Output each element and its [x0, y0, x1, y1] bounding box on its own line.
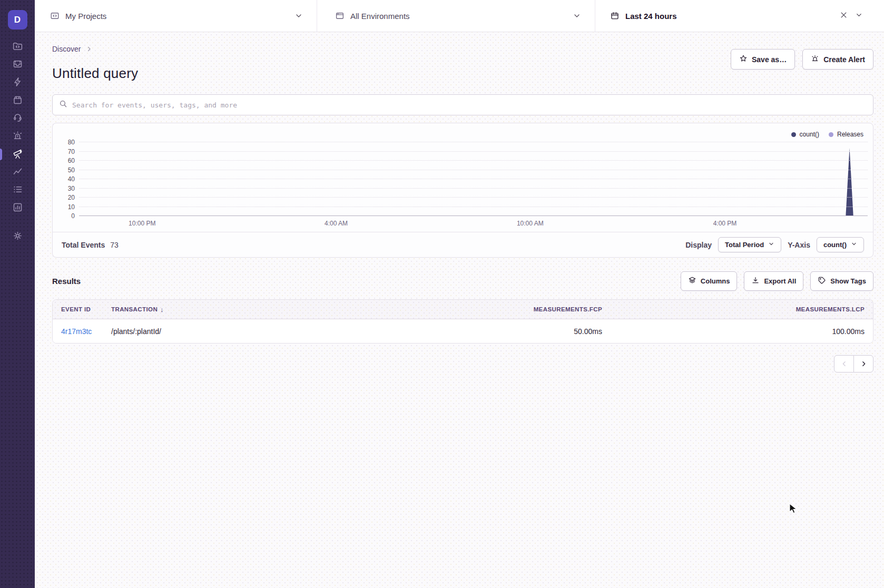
- column-header-transaction[interactable]: TRANSACTION ↓: [103, 300, 421, 319]
- issues-icon: [12, 58, 23, 72]
- list-icon: [12, 184, 23, 197]
- sidebar-item-stats[interactable]: [0, 199, 35, 217]
- sidebar-item-projects[interactable]: [0, 38, 35, 56]
- column-header-measurements-fcp[interactable]: MEASUREMENTS.FCP: [421, 300, 611, 319]
- table-row: 4r17m3tc /plants/:plantId/ 50.00ms 100.0…: [53, 319, 873, 343]
- chart-body: 80706050403020100: [53, 139, 873, 216]
- chevron-down-icon: [851, 241, 857, 249]
- y-axis-tick: 20: [68, 194, 75, 201]
- x-axis-tick: 10:00 AM: [517, 220, 544, 227]
- sidebar-item-discover[interactable]: [0, 145, 35, 163]
- chevron-down-icon[interactable]: [855, 11, 863, 21]
- chevron-right-icon: [86, 46, 92, 52]
- gridline: [79, 142, 868, 142]
- projects-folder-icon: [50, 11, 60, 21]
- table-header-row: EVENT ID TRANSACTION ↓ MEASUREMENTS.FCP …: [53, 300, 873, 319]
- calendar-icon: [610, 11, 620, 21]
- date-range-selector[interactable]: Last 24 hours: [595, 0, 884, 32]
- gridline: [79, 160, 868, 161]
- projects-icon: [12, 41, 23, 54]
- pagination-prev-button[interactable]: [834, 355, 854, 373]
- y-axis-tick: 70: [68, 148, 75, 155]
- chart-y-axis: 80706050403020100: [57, 142, 79, 216]
- environment-selector-label: All Environments: [350, 12, 410, 21]
- sidebar-item-alerts[interactable]: [0, 128, 35, 145]
- legend-dot: [829, 132, 833, 137]
- chevron-down-icon: [294, 12, 303, 20]
- sidebar-item-user-feedback[interactable]: [0, 110, 35, 128]
- gridline: [79, 179, 868, 179]
- gridline: [79, 151, 868, 152]
- content-area: Discover Untitled query Save as… Create …: [35, 32, 884, 588]
- download-icon: [751, 276, 760, 286]
- total-events-value: 73: [110, 241, 119, 249]
- results-header: Results Columns Export All Show Tags: [52, 271, 873, 291]
- sidebar: D: [0, 0, 35, 588]
- y-axis-dropdown[interactable]: count(): [817, 237, 864, 252]
- legend-label: count(): [800, 131, 819, 138]
- search-bar: [52, 94, 873, 115]
- pagination-next-button[interactable]: [853, 355, 873, 373]
- line-chart-icon: [12, 166, 23, 179]
- star-icon: [739, 54, 748, 64]
- environment-selector[interactable]: All Environments: [317, 0, 595, 32]
- column-header-measurements-lcp[interactable]: MEASUREMENTS.LCP: [611, 300, 873, 319]
- create-alert-button[interactable]: Create Alert: [802, 49, 873, 70]
- y-axis-tick: 10: [68, 203, 75, 211]
- y-axis-tick: 60: [68, 157, 75, 164]
- sidebar-item-monitors[interactable]: [0, 181, 35, 199]
- column-header-event-id[interactable]: EVENT ID: [53, 300, 103, 319]
- show-tags-button[interactable]: Show Tags: [810, 271, 873, 291]
- results-table: EVENT ID TRANSACTION ↓ MEASUREMENTS.FCP …: [52, 299, 873, 344]
- columns-button[interactable]: Columns: [681, 271, 738, 291]
- project-selector[interactable]: My Projects: [35, 0, 317, 32]
- page-title: Untitled query: [52, 65, 138, 82]
- legend-item-releases[interactable]: Releases: [829, 131, 863, 138]
- chart-baseline: [79, 215, 868, 216]
- gridline: [79, 188, 868, 189]
- sidebar-item-performance[interactable]: [0, 74, 35, 92]
- results-heading: Results: [52, 277, 81, 286]
- sidebar-item-settings[interactable]: [0, 228, 35, 246]
- export-all-button[interactable]: Export All: [744, 271, 803, 291]
- lightning-icon: [12, 76, 23, 90]
- clear-date-icon[interactable]: [840, 11, 848, 21]
- org-avatar[interactable]: D: [8, 10, 27, 30]
- layers-icon: [688, 276, 696, 286]
- y-axis-tick: 30: [68, 185, 75, 192]
- mouse-cursor: [789, 503, 799, 517]
- pagination: [52, 355, 873, 373]
- y-axis-tick: 50: [68, 166, 75, 174]
- y-axis-label: Y-Axis: [788, 241, 810, 249]
- legend-dot: [791, 132, 796, 137]
- package-icon: [12, 94, 23, 107]
- y-axis-tick: 80: [68, 139, 75, 146]
- page-header: Discover Untitled query Save as… Create …: [52, 45, 873, 82]
- display-dropdown[interactable]: Total Period: [718, 237, 781, 252]
- breadcrumb: Discover: [52, 45, 138, 53]
- bar-chart-icon: [12, 202, 23, 215]
- window-icon: [335, 11, 345, 21]
- chart-x-axis: 10:00 PM4:00 AM10:00 AM4:00 PM: [79, 218, 868, 232]
- siren-icon: [811, 54, 819, 64]
- sidebar-item-issues[interactable]: [0, 56, 35, 74]
- event-id-link[interactable]: 4r17m3tc: [61, 327, 92, 336]
- transaction-cell: /plants/:plantId/: [103, 319, 421, 343]
- x-axis-tick: 10:00 PM: [129, 220, 155, 227]
- sort-descending-icon: ↓: [160, 306, 164, 313]
- breadcrumb-discover-link[interactable]: Discover: [52, 45, 81, 53]
- chart-footer: Total Events 73 Display Total Period Y-A…: [53, 232, 873, 257]
- display-label: Display: [685, 241, 712, 249]
- sidebar-item-releases[interactable]: [0, 92, 35, 110]
- total-events-label: Total Events: [62, 241, 105, 249]
- search-input[interactable]: [72, 95, 867, 115]
- lcp-cell: 100.00ms: [611, 319, 873, 343]
- sidebar-item-dashboards[interactable]: [0, 163, 35, 181]
- save-as-button[interactable]: Save as…: [731, 49, 795, 70]
- chevron-down-icon: [573, 12, 581, 20]
- legend-item-count[interactable]: count(): [791, 131, 819, 138]
- x-axis-tick: 4:00 PM: [713, 220, 737, 227]
- search-icon: [59, 100, 67, 110]
- tag-icon: [818, 276, 826, 286]
- project-selector-label: My Projects: [65, 12, 106, 21]
